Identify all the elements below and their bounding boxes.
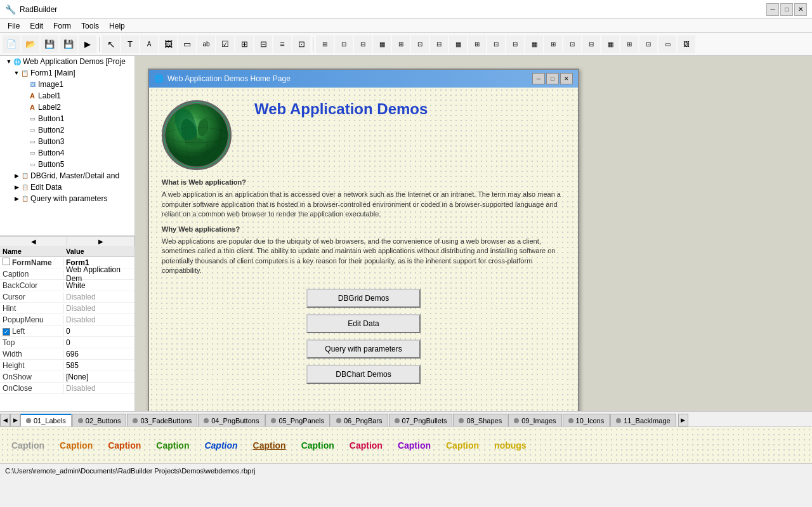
tab-buttons[interactable]: 02_Buttons xyxy=(72,414,127,426)
tab-scroll-right[interactable]: ▶ xyxy=(10,414,20,426)
tree-item-button5[interactable]: ▭ Button5 xyxy=(0,159,134,170)
tool6[interactable]: ⊡ xyxy=(411,36,429,53)
tool18[interactable]: ⊡ xyxy=(639,36,657,53)
run-button[interactable]: ▶ xyxy=(79,36,96,53)
prop-row-width[interactable]: Width 696 xyxy=(0,348,134,360)
tool17[interactable]: ⊞ xyxy=(620,36,638,53)
tool4[interactable]: ▦ xyxy=(373,36,391,53)
prop-checkbox-formname[interactable] xyxy=(3,258,10,265)
tab-labels[interactable]: 01_Labels xyxy=(20,414,72,426)
tree-item-form1[interactable]: ▼ 📋 Form1 [Main] xyxy=(0,67,134,79)
close-button[interactable]: ✕ xyxy=(794,3,807,16)
tab-pngbuttons[interactable]: 04_PngButtons xyxy=(198,414,265,426)
menu-file[interactable]: File xyxy=(3,20,25,32)
tool12[interactable]: ▦ xyxy=(525,36,543,53)
form-buttons: DBGrid Demos Edit Data Query with parame… xyxy=(162,289,565,384)
prop-row-cursor[interactable]: Cursor Disabled xyxy=(0,291,134,303)
tool9[interactable]: ⊞ xyxy=(468,36,486,53)
tool3[interactable]: ⊟ xyxy=(354,36,372,53)
prop-value-height: 585 xyxy=(63,361,134,370)
tree-item-button4[interactable]: ▭ Button4 xyxy=(0,147,134,159)
tool14[interactable]: ⊡ xyxy=(563,36,581,53)
dbgrid-tool[interactable]: ⊞ xyxy=(235,36,253,53)
menu-form[interactable]: Form xyxy=(48,20,76,32)
tool2[interactable]: ⊡ xyxy=(335,36,353,53)
tool7[interactable]: ⊟ xyxy=(430,36,448,53)
tab-scroll-end[interactable]: ▶ xyxy=(678,414,688,426)
prop-row-left[interactable]: ✓Left 0 xyxy=(0,326,134,337)
btn-dbchart[interactable]: DBChart Demos xyxy=(306,365,421,384)
tree-item-label1[interactable]: A Label1 xyxy=(0,90,134,102)
tool13[interactable]: ⊞ xyxy=(544,36,562,53)
tree-scroll-left[interactable]: ◀ xyxy=(0,237,67,246)
tree-item-project[interactable]: ▼ 🌐 Web Application Demos [Proje xyxy=(0,56,134,67)
canvas-area[interactable]: 🌐 Web Application Demos Home Page ─ □ ✕ xyxy=(135,56,812,411)
tool19[interactable]: ▭ xyxy=(658,36,676,53)
btn-queryparams[interactable]: Query with parameters xyxy=(306,339,421,359)
project-tree[interactable]: ▼ 🌐 Web Application Demos [Proje ▼ 📋 For… xyxy=(0,56,134,236)
tool16[interactable]: ▦ xyxy=(601,36,619,53)
tree-item-queryparams[interactable]: ▶ 📋 Query with parameters xyxy=(0,193,134,204)
tool1[interactable]: ⊞ xyxy=(316,36,334,53)
prop-row-hint[interactable]: Hint Disabled xyxy=(0,303,134,314)
tool11[interactable]: ⊟ xyxy=(506,36,524,53)
tree-arrow-dbgrid: ▶ xyxy=(13,173,20,179)
tool10[interactable]: ⊡ xyxy=(487,36,505,53)
tool15[interactable]: ⊟ xyxy=(582,36,600,53)
text-tool[interactable]: T xyxy=(121,36,139,53)
tab-fadebuttons[interactable]: 03_FadeButtons xyxy=(127,414,197,426)
tab-pngbullets[interactable]: 07_PngBullets xyxy=(389,414,453,426)
minimize-button[interactable]: ─ xyxy=(766,3,779,16)
tool20[interactable]: 🖼 xyxy=(678,36,695,53)
tab-icons[interactable]: 10_Icons xyxy=(563,414,610,426)
new-button[interactable]: 📄 xyxy=(3,36,20,53)
prop-row-top[interactable]: Top 0 xyxy=(0,337,134,348)
tool5[interactable]: ⊞ xyxy=(392,36,410,53)
menu-edit[interactable]: Edit xyxy=(25,20,48,32)
tree-item-dbgrid[interactable]: ▶ 📋 DBGrid, Master/Detail and xyxy=(0,170,134,181)
prop-checkbox-left[interactable]: ✓ xyxy=(3,328,10,336)
btn-dbgrid[interactable]: DBGrid Demos xyxy=(306,289,421,308)
menu-tools[interactable]: Tools xyxy=(76,20,104,32)
tab-backimage[interactable]: 11_BackImage xyxy=(610,414,676,426)
caption-9: Caption xyxy=(440,438,485,453)
tool8[interactable]: ▦ xyxy=(449,36,467,53)
web-form-close[interactable]: ✕ xyxy=(560,73,573,84)
prop-row-onclose[interactable]: OnClose Disabled xyxy=(0,383,134,394)
btn-editdata[interactable]: Edit Data xyxy=(306,314,421,333)
web-form-minimize[interactable]: ─ xyxy=(532,73,545,84)
save-button[interactable]: 💾 xyxy=(41,36,58,53)
tree-item-button3[interactable]: ▭ Button3 xyxy=(0,136,134,147)
image-tool[interactable]: 🖼 xyxy=(159,36,177,53)
edit-tool[interactable]: ab xyxy=(197,36,215,53)
tab-scroll-left[interactable]: ◀ xyxy=(0,414,10,426)
grid-tool[interactable]: ⊟ xyxy=(254,36,272,53)
check-tool[interactable]: ☑ xyxy=(216,36,234,53)
tab-pngbars[interactable]: 06_PngBars xyxy=(331,414,388,426)
tree-scroll-right[interactable]: ▶ xyxy=(67,237,134,246)
panel-tool[interactable]: ▭ xyxy=(178,36,196,53)
prop-row-popupmenu[interactable]: PopupMenu Disabled xyxy=(0,314,134,326)
menu-help[interactable]: Help xyxy=(104,20,130,32)
prop-row-caption[interactable]: Caption Web Application Dem xyxy=(0,268,134,280)
prop-row-backcolor[interactable]: BackColor White xyxy=(0,280,134,291)
label-tool[interactable]: A xyxy=(140,36,158,53)
open-button[interactable]: 📂 xyxy=(22,36,39,53)
tab-shapes[interactable]: 08_Shapes xyxy=(453,414,508,426)
tree-item-editdata[interactable]: ▶ 📋 Edit Data xyxy=(0,181,134,193)
tab-pngpanels[interactable]: 05_PngPanels xyxy=(265,414,330,426)
tree-item-image1[interactable]: 🖼 Image1 xyxy=(0,79,134,90)
list-tool[interactable]: ≡ xyxy=(273,36,291,53)
prop-row-height[interactable]: Height 585 xyxy=(0,360,134,371)
btn-tool[interactable]: ⊡ xyxy=(292,36,310,53)
tab-images[interactable]: 09_Images xyxy=(508,414,561,426)
maximize-button[interactable]: □ xyxy=(780,3,793,16)
prop-row-onshow[interactable]: OnShow [None] xyxy=(0,371,134,383)
tree-item-label2[interactable]: A Label2 xyxy=(0,102,134,113)
tree-item-button2[interactable]: ▭ Button2 xyxy=(0,124,134,136)
tree-item-button1[interactable]: ▭ Button1 xyxy=(0,113,134,124)
web-form-maximize[interactable]: □ xyxy=(546,73,559,84)
section1-title: What is Web application? xyxy=(162,178,565,187)
save-as-button[interactable]: 💾 xyxy=(60,36,77,53)
arrow-tool[interactable]: ↖ xyxy=(102,36,120,53)
